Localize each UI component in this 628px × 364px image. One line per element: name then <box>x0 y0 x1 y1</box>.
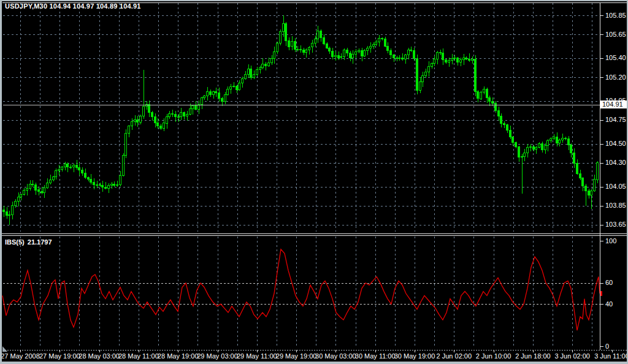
price-axis-label: 104.50 <box>605 140 626 148</box>
window-frame-bottom <box>0 362 628 364</box>
indicator-line <box>2 249 600 330</box>
candle-body <box>498 111 500 116</box>
candle-body <box>358 50 360 51</box>
candle-body <box>218 93 220 99</box>
candle-body <box>445 60 447 63</box>
candle-body <box>390 50 392 55</box>
candle-body <box>451 58 453 60</box>
candle-body <box>248 69 250 75</box>
candle-body <box>265 64 267 66</box>
candle-body <box>410 50 412 50</box>
candle-body <box>195 105 197 109</box>
candle-body <box>489 98 491 102</box>
candle-body <box>230 86 232 89</box>
chart-title: USDJPY,M30 104.94 104.97 104.89 104.91 <box>5 2 141 10</box>
candle-body <box>338 55 340 58</box>
candle-body <box>332 51 334 57</box>
candle-body <box>530 147 532 148</box>
candle-body <box>340 56 342 58</box>
candle-body <box>201 98 203 105</box>
candle-body <box>483 89 485 93</box>
candle-body <box>492 101 494 103</box>
candle-body <box>3 210 5 212</box>
candle-body <box>542 144 543 150</box>
candle-body <box>326 44 328 48</box>
candle-body <box>55 170 57 177</box>
candle-body <box>588 191 590 195</box>
indicator-levels <box>3 284 600 305</box>
candle-body <box>396 58 398 59</box>
candle-body <box>26 188 28 191</box>
candle-body <box>190 109 191 114</box>
candle-body <box>102 186 104 188</box>
candle-body <box>12 206 13 215</box>
candle-body <box>355 51 357 54</box>
candle-body <box>108 185 110 188</box>
candle-body <box>329 48 331 51</box>
candle-body <box>76 165 78 168</box>
candle-body <box>457 58 459 62</box>
candle-body <box>297 49 299 50</box>
candle-body <box>294 41 296 49</box>
candle-body <box>521 157 523 157</box>
candle-body <box>70 167 72 167</box>
candle-body <box>465 58 467 59</box>
candle-body <box>85 173 86 178</box>
candle-body <box>131 121 133 126</box>
candle-body <box>151 112 153 116</box>
candle-body <box>408 50 410 55</box>
candle-body <box>535 147 537 149</box>
candle-body <box>300 49 302 50</box>
candle-body <box>78 168 80 170</box>
candle-body <box>53 177 55 180</box>
candle-body <box>308 47 310 50</box>
candle-body <box>500 116 502 123</box>
candle-body <box>428 67 430 72</box>
candle-body <box>160 126 162 128</box>
candle-body <box>253 74 255 78</box>
candle-body <box>117 184 118 185</box>
candle-body <box>475 59 477 92</box>
chart-canvas[interactable] <box>0 0 628 364</box>
candle-body <box>93 183 95 185</box>
candle-body <box>393 55 395 58</box>
candle-body <box>20 194 22 197</box>
candle-body <box>35 185 37 190</box>
candle-body <box>460 60 462 62</box>
candle-body <box>486 89 488 98</box>
candle-body <box>550 139 552 141</box>
candle-body <box>82 170 83 173</box>
candle-body <box>510 131 511 137</box>
candle-body <box>425 72 427 76</box>
candle-body <box>41 192 43 192</box>
indicator-value: 21.1797 <box>28 238 52 246</box>
indicator-axis-label: 0 <box>605 343 609 351</box>
candle-body <box>166 116 168 123</box>
candle-body <box>582 178 584 186</box>
candle-body <box>507 125 508 131</box>
candle-body <box>192 105 194 108</box>
candle-body <box>210 92 212 94</box>
candle-body <box>448 60 450 62</box>
candle-body <box>213 92 215 95</box>
candle-body <box>576 164 578 173</box>
candle-body <box>274 52 275 59</box>
candle-body <box>186 114 188 116</box>
candle-body <box>148 104 150 112</box>
price-axis-label: 105.20 <box>605 74 626 82</box>
price-axis-label: 105.65 <box>605 31 626 39</box>
candle-body <box>256 70 258 75</box>
candle-body <box>364 51 366 56</box>
candle-body <box>29 184 31 188</box>
chart-window: USDJPY,M30 104.94 104.97 104.89 104.91 I… <box>0 0 628 364</box>
candle-body <box>565 138 567 138</box>
candle-body <box>105 187 107 188</box>
candle-body <box>416 59 418 91</box>
candle-body <box>556 137 558 143</box>
candle-body <box>280 32 281 43</box>
candle-body <box>259 67 261 69</box>
candle-body <box>547 141 549 146</box>
candle-body <box>250 69 252 78</box>
current-price-tag: 104.91 <box>600 100 628 108</box>
indicator-axis-label: 100 <box>605 237 616 245</box>
